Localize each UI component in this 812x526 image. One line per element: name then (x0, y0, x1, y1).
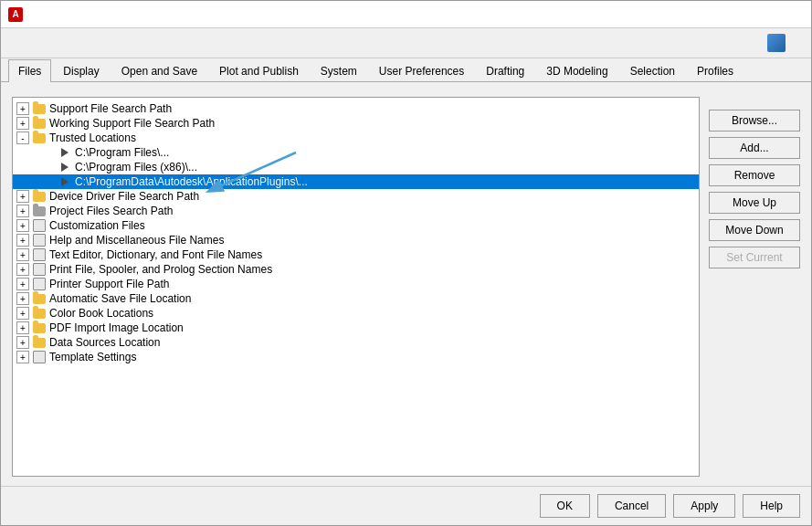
item-text-text-editor: Text Editor, Dictionary, and Font File N… (49, 248, 262, 261)
item-text-support-search: Support File Search Path (49, 102, 172, 115)
page-icon (32, 235, 47, 246)
expand-data-sources[interactable]: + (16, 336, 29, 349)
item-text-data-sources: Data Sources Location (49, 336, 160, 349)
item-text-project-files: Project Files Search Path (49, 205, 173, 217)
expand-device-driver[interactable]: + (16, 190, 29, 203)
tab-drafting[interactable]: Drafting (476, 59, 534, 82)
title-bar-left: A (8, 7, 28, 22)
page-icon (32, 352, 47, 363)
expand-print-file[interactable]: + (16, 263, 29, 276)
tree-item-trusted-2[interactable]: C:\Program Files (x86)\... (13, 160, 699, 174)
move-up-button[interactable]: Move Up (709, 192, 800, 214)
folder-gray-icon (32, 205, 47, 216)
remove-button[interactable]: Remove (709, 164, 800, 186)
item-text-trusted-locations: Trusted Locations (49, 132, 136, 144)
expand-template-settings[interactable]: + (16, 351, 29, 363)
expand-help-misc[interactable]: + (16, 234, 29, 247)
page-icon (32, 249, 47, 260)
tree-item-support-search[interactable]: +Support File Search Path (13, 101, 699, 116)
folder-yellow-icon (32, 118, 47, 129)
folder-yellow-icon (32, 293, 47, 304)
folder-yellow-icon (32, 322, 47, 333)
item-text-auto-save: Automatic Save File Location (49, 292, 191, 305)
drawing-section (767, 34, 800, 52)
item-text-template-settings: Template Settings (49, 351, 136, 363)
add-button[interactable]: Add... (709, 137, 800, 159)
item-text-print-file: Print File, Spooler, and Prolog Section … (49, 263, 272, 276)
tree-item-text-editor[interactable]: +Text Editor, Dictionary, and Font File … (13, 247, 699, 262)
tree-item-trusted-3[interactable]: C:\ProgramData\Autodesk\ApplicationPlugi… (13, 174, 699, 189)
browse-button[interactable]: Browse... (709, 110, 800, 132)
apply-button[interactable]: Apply (673, 494, 735, 518)
tree-item-template-settings[interactable]: +Template Settings (13, 350, 699, 364)
tree-item-trusted-1[interactable]: C:\Program Files\... (13, 145, 699, 160)
move-down-button[interactable]: Move Down (709, 219, 800, 241)
item-text-device-driver: Device Driver File Search Path (49, 190, 199, 203)
expand-project-files[interactable]: + (16, 205, 29, 217)
content-area: +Support File Search Path+Working Suppor… (1, 82, 811, 486)
tree-item-pdf-import[interactable]: +PDF Import Image Location (13, 321, 699, 335)
tree-item-help-misc[interactable]: +Help and Miscellaneous File Names (13, 233, 699, 247)
expand-support-search[interactable]: + (16, 102, 29, 115)
profile-bar (1, 28, 811, 58)
tree-item-working-search[interactable]: +Working Support File Search Path (13, 116, 699, 131)
title-bar: A (1, 1, 811, 28)
expand-color-book[interactable]: + (16, 307, 29, 320)
set-current-button: Set Current (709, 247, 800, 268)
folder-yellow-icon (32, 132, 47, 143)
options-dialog: A FilesDisplayOpen and SavePlot and Publ… (0, 0, 812, 526)
tree-item-color-book[interactable]: +Color Book Locations (13, 306, 699, 321)
item-text-pdf-import: PDF Import Image Location (49, 321, 184, 334)
drawing-icon (767, 34, 786, 52)
close-button[interactable] (786, 5, 804, 24)
item-text-printer-support: Printer Support File Path (49, 278, 169, 290)
tree-item-data-sources[interactable]: +Data Sources Location (13, 335, 699, 350)
tab-open-save[interactable]: Open and Save (111, 59, 207, 82)
folder-yellow-icon (32, 191, 47, 202)
folder-yellow-icon (32, 337, 47, 348)
tree-item-print-file[interactable]: +Print File, Spooler, and Prolog Section… (13, 262, 699, 277)
tree-item-customization[interactable]: +Customization Files (13, 218, 699, 233)
right-panel: Browse...Add...RemoveMove UpMove DownSet… (709, 91, 800, 477)
tab-profiles[interactable]: Profiles (687, 59, 743, 82)
tab-display[interactable]: Display (53, 59, 109, 82)
tab-user-prefs[interactable]: User Preferences (369, 59, 474, 82)
file-tree[interactable]: +Support File Search Path+Working Suppor… (12, 97, 700, 477)
help-button[interactable]: Help (743, 494, 800, 518)
bottom-bar: OKCancelApplyHelp (1, 486, 811, 525)
tab-system[interactable]: System (311, 59, 367, 82)
cancel-button[interactable]: Cancel (597, 494, 666, 518)
page-icon (32, 279, 47, 289)
expand-customization[interactable]: + (16, 219, 29, 232)
item-text-working-search: Working Support File Search Path (49, 117, 215, 130)
item-text-help-misc: Help and Miscellaneous File Names (49, 234, 224, 247)
tab-plot-publish[interactable]: Plot and Publish (209, 59, 309, 82)
tree-item-device-driver[interactable]: +Device Driver File Search Path (13, 189, 699, 204)
tree-item-trusted-locations[interactable]: -Trusted Locations (13, 131, 699, 145)
tab-selection[interactable]: Selection (620, 59, 685, 82)
tree-item-project-files[interactable]: +Project Files Search Path (13, 204, 699, 218)
ok-button[interactable]: OK (540, 494, 590, 518)
tab-bar: FilesDisplayOpen and SavePlot and Publis… (1, 58, 811, 82)
arrow-icon (58, 147, 72, 158)
item-text-trusted-3: C:\ProgramData\Autodesk\ApplicationPlugi… (75, 175, 308, 188)
page-icon (32, 220, 47, 231)
tree-item-auto-save[interactable]: +Automatic Save File Location (13, 291, 699, 306)
expand-text-editor[interactable]: + (16, 248, 29, 261)
app-icon: A (8, 7, 23, 22)
tab-3d-modeling[interactable]: 3D Modeling (536, 59, 617, 82)
expand-printer-support[interactable]: + (16, 278, 29, 290)
expand-auto-save[interactable]: + (16, 292, 29, 305)
item-text-trusted-2: C:\Program Files (x86)\... (75, 161, 197, 174)
tab-files[interactable]: Files (8, 59, 51, 82)
item-text-color-book: Color Book Locations (49, 307, 153, 320)
item-text-trusted-1: C:\Program Files\... (75, 146, 169, 159)
folder-yellow-icon (32, 103, 47, 114)
folder-yellow-icon (32, 308, 47, 319)
expand-working-search[interactable]: + (16, 117, 29, 130)
expand-pdf-import[interactable]: + (16, 321, 29, 334)
arrow-icon (58, 176, 72, 187)
expand-trusted-locations[interactable]: - (16, 132, 29, 144)
item-text-customization: Customization Files (49, 219, 145, 232)
tree-item-printer-support[interactable]: +Printer Support File Path (13, 277, 699, 291)
